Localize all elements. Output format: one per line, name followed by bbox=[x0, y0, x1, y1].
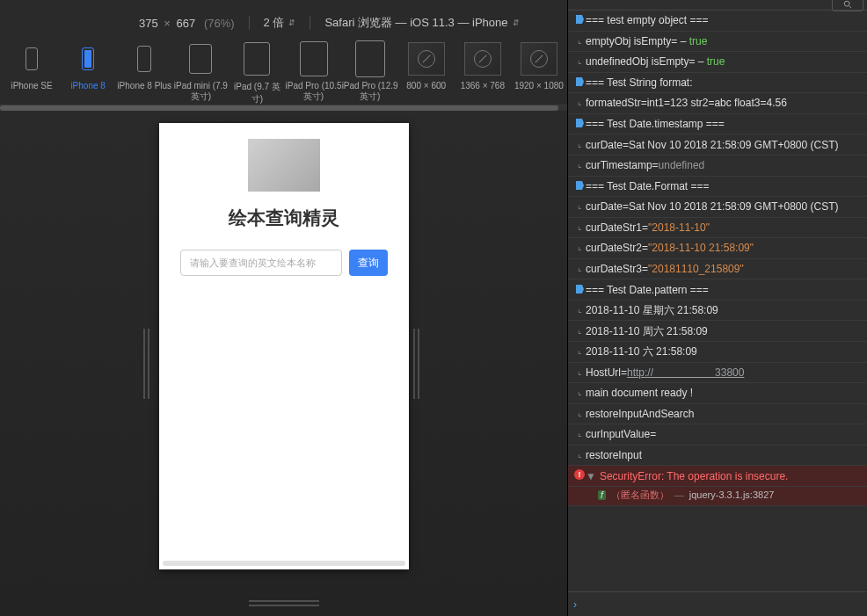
console-log-row[interactable]: ⌞2018-11-10 六 21:58:09 bbox=[568, 342, 867, 363]
phone-icon bbox=[137, 46, 151, 72]
log-info-icon bbox=[573, 13, 586, 22]
resize-handle-right[interactable] bbox=[413, 329, 424, 399]
console-log-row[interactable]: ⌞curDate=Sat Nov 10 2018 21:58:09 GMT+08… bbox=[568, 197, 867, 218]
frame-horizontal-scrollbar[interactable] bbox=[163, 561, 405, 566]
device-label: iPad mini (7.9 英寸) bbox=[172, 81, 229, 103]
device-preset[interactable]: iPad (9.7 英寸) bbox=[229, 40, 285, 105]
console-prompt[interactable]: › bbox=[568, 591, 867, 616]
device-preset[interactable]: iPhone 8 bbox=[60, 40, 116, 91]
device-label: 1366 × 768 bbox=[461, 81, 505, 91]
console-log-row[interactable]: ⌞formatedStr=int1=123 str2=abc float3=4.… bbox=[568, 93, 867, 114]
console-log-message: curInputValue= bbox=[586, 427, 862, 441]
console-log-message: === Test Date.Format === bbox=[586, 179, 862, 193]
console-log-row[interactable]: ⌞curDateStr2="2018-11-10 21:58:09" bbox=[568, 238, 867, 259]
compass-icon bbox=[464, 42, 501, 76]
console-log-list[interactable]: === test empty object ===⌞emptyObj isEmp… bbox=[568, 11, 867, 591]
console-error-row[interactable]: !▼SecurityError: The operation is insecu… bbox=[568, 466, 867, 487]
console-log-row[interactable]: === Test Date.pattern === bbox=[568, 279, 867, 301]
toolbar-separator bbox=[249, 16, 250, 30]
device-preset[interactable]: iPad Pro (12.9 英寸) bbox=[342, 40, 398, 103]
console-log-row[interactable]: ⌞curDateStr3="20181110_215809" bbox=[568, 259, 867, 280]
zoom-selector[interactable]: 2 倍⇵ bbox=[264, 15, 296, 31]
console-log-row[interactable]: ⌞2018-11-10 星期六 21:58:09 bbox=[568, 301, 867, 322]
viewport-toolbar: 375 × 667 (76%) 2 倍⇵ Safari 浏览器 — iOS 11… bbox=[0, 0, 567, 30]
device-label: iPad Pro (10.5 英寸) bbox=[285, 81, 341, 103]
search-icon bbox=[843, 0, 852, 9]
console-log-message: main document ready ! bbox=[586, 386, 862, 400]
console-log-row[interactable]: === Test Date.Format === bbox=[568, 177, 867, 198]
viewport-dimensions[interactable]: 375 × 667 (76%) bbox=[139, 17, 235, 30]
tablet-icon bbox=[300, 41, 328, 76]
console-panel: === test empty object ===⌞emptyObj isEmp… bbox=[567, 0, 867, 616]
console-log-message: === test empty object === bbox=[586, 13, 862, 27]
log-caret-icon: ⌞ bbox=[573, 241, 586, 253]
console-log-row[interactable]: === test empty object === bbox=[568, 11, 867, 32]
function-badge-icon: f bbox=[598, 490, 606, 500]
console-toolbar bbox=[568, 0, 867, 11]
device-preset[interactable]: iPhone 8 Plus bbox=[116, 40, 172, 91]
log-caret-icon: ⌞ bbox=[573, 386, 586, 398]
tablet-icon bbox=[244, 42, 270, 76]
device-label: 1920 × 1080 bbox=[514, 81, 564, 91]
console-log-message: curDate=Sat Nov 10 2018 21:58:09 GMT+080… bbox=[586, 199, 862, 214]
console-log-message: restoreInput bbox=[586, 448, 862, 462]
device-preset[interactable]: 1366 × 768 bbox=[455, 40, 511, 91]
log-caret-icon: ⌞ bbox=[573, 407, 586, 419]
console-log-row[interactable]: === Test Date.timestamp === bbox=[568, 114, 867, 135]
log-caret-icon: ⌞ bbox=[573, 199, 586, 212]
console-log-message: 2018-11-10 星期六 21:58:09 bbox=[586, 303, 862, 317]
console-log-message: 2018-11-10 周六 21:58:09 bbox=[586, 324, 862, 338]
console-log-row[interactable]: ⌞undefinedObj isEmpty= – true bbox=[568, 52, 867, 73]
console-log-row[interactable]: ⌞2018-11-10 周六 21:58:09 bbox=[568, 321, 867, 342]
console-log-row[interactable]: ⌞curDate=Sat Nov 10 2018 21:58:09 GMT+08… bbox=[568, 134, 867, 156]
chevron-updown-icon: ⇵ bbox=[513, 18, 520, 27]
console-search-button[interactable] bbox=[832, 0, 863, 11]
log-caret-icon: ⌞ bbox=[573, 324, 586, 337]
console-log-row[interactable]: ⌞restoreInputAndSearch bbox=[568, 404, 867, 425]
device-label: iPhone SE bbox=[11, 81, 52, 91]
error-icon: ! bbox=[574, 469, 585, 480]
preview-area: 绘本查询精灵 查询 bbox=[0, 111, 567, 616]
search-input[interactable] bbox=[180, 250, 342, 276]
chevron-updown-icon: ⇵ bbox=[288, 18, 295, 27]
device-preset[interactable]: iPad mini (7.9 英寸) bbox=[172, 40, 229, 103]
console-error-source[interactable]: f（匿名函数）—jquery-3.3.1.js:3827 bbox=[568, 487, 867, 506]
log-info-icon bbox=[573, 76, 586, 84]
console-log-message: restoreInputAndSearch bbox=[586, 407, 862, 421]
device-preset[interactable]: iPad Pro (10.5 英寸) bbox=[285, 40, 341, 103]
console-log-row[interactable]: === Test String format: bbox=[568, 73, 867, 94]
console-log-row[interactable]: ⌞curInputValue= bbox=[568, 424, 867, 446]
console-log-message: curDateStr3="20181110_215809" bbox=[586, 262, 862, 276]
compass-icon bbox=[408, 42, 445, 76]
page-content: 绘本查询精灵 查询 bbox=[159, 123, 409, 276]
console-log-row[interactable]: ⌞curTimestamp=undefined bbox=[568, 156, 867, 177]
log-caret-icon: ⌞ bbox=[573, 303, 586, 315]
responsive-design-panel: 375 × 667 (76%) 2 倍⇵ Safari 浏览器 — iOS 11… bbox=[0, 0, 567, 616]
device-label: iPad (9.7 英寸) bbox=[229, 81, 285, 105]
resize-handle-bottom[interactable] bbox=[249, 600, 319, 605]
search-button[interactable]: 查询 bbox=[349, 250, 388, 276]
device-label: iPhone 8 bbox=[70, 81, 105, 91]
compass-icon bbox=[521, 42, 557, 76]
device-preset-bar: iPhone SEiPhone 8iPhone 8 PlusiPad mini … bbox=[0, 30, 567, 105]
log-info-icon bbox=[573, 117, 586, 126]
console-log-row[interactable]: ⌞HostUrl=http:// 33800 bbox=[568, 363, 867, 384]
device-label: iPad Pro (12.9 英寸) bbox=[342, 81, 398, 103]
device-preset[interactable]: 1920 × 1080 bbox=[511, 40, 567, 91]
device-preset[interactable]: 800 × 600 bbox=[398, 40, 455, 91]
log-caret-icon: ⌞ bbox=[573, 262, 586, 274]
page-title: 绘本查询精灵 bbox=[229, 206, 339, 230]
console-log-message: undefinedObj isEmpty= – true bbox=[586, 54, 862, 69]
console-log-message: === Test Date.timestamp === bbox=[586, 117, 862, 131]
console-log-message: === Test String format: bbox=[586, 76, 862, 90]
device-preset[interactable]: iPhone SE bbox=[4, 40, 60, 91]
console-log-row[interactable]: ⌞main document ready ! bbox=[568, 383, 867, 404]
resize-handle-left[interactable] bbox=[143, 329, 154, 399]
console-log-row[interactable]: ⌞restoreInput bbox=[568, 446, 867, 467]
console-log-row[interactable]: ⌞emptyObj isEmpty= – true bbox=[568, 32, 867, 53]
console-log-row[interactable]: ⌞curDateStr1="2018-11-10" bbox=[568, 218, 867, 239]
user-agent-selector[interactable]: Safari 浏览器 — iOS 11.3 — iPhone⇵ bbox=[324, 15, 519, 31]
console-log-message: emptyObj isEmpty= – true bbox=[586, 34, 862, 48]
disclosure-triangle-icon[interactable]: ▼ bbox=[586, 470, 596, 482]
log-caret-icon: ⌞ bbox=[573, 344, 586, 357]
